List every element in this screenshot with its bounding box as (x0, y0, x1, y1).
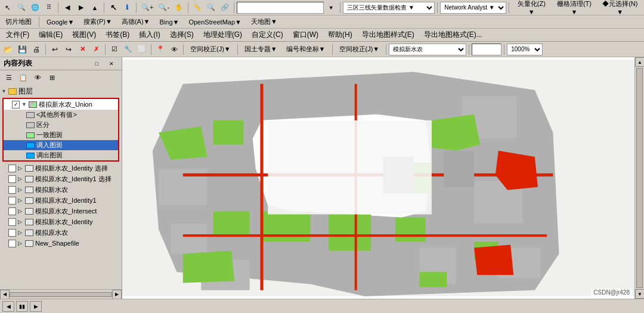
layer-dropdown[interactable]: 模拟新水农 (389, 44, 466, 55)
menu-bookmark[interactable]: 书签(B) (102, 29, 133, 41)
tb-rect-btn[interactable]: ⬜ (135, 43, 148, 56)
tb-globe-btn[interactable]: 🌐 (29, 1, 42, 14)
tb-delete-btn[interactable]: ✗ (89, 43, 103, 56)
tb-hyperlink-btn[interactable]: 🔗 (218, 1, 231, 14)
tb-pan-btn[interactable]: ✋ (172, 1, 185, 14)
tb-zoom-out-btn[interactable]: 🔍- (156, 1, 172, 14)
checkbox-original[interactable] (8, 229, 16, 237)
legend-diaoru[interactable]: 调入图斑 (4, 140, 118, 150)
tb-check-btn[interactable]: ☑ (108, 43, 121, 56)
checkbox-identity1[interactable] (8, 197, 16, 204)
tb-zoom-in-btn[interactable]: 🔍+ (139, 1, 156, 14)
tree-item-intersect[interactable]: ▷ 模拟原水农_Intersect (0, 206, 122, 216)
layer-search-dropdown-btn[interactable]: ▼ (324, 1, 338, 14)
panel-vis-btn[interactable]: 👁 (31, 71, 44, 84)
tree-item-identity1[interactable]: ▷ 模拟原水农_Identity1 (0, 195, 122, 206)
tree-item-original[interactable]: ▷ 模拟原水农 (0, 227, 122, 238)
menu-select[interactable]: 选择(S) (166, 29, 197, 41)
menu-export-format[interactable]: 导出地图格式(E)... (420, 29, 486, 41)
zoom-level-dropdown[interactable]: 1000% (507, 44, 543, 55)
tree-item-identity-sel[interactable]: ▷ 模拟新水农_Identity 选择 (0, 163, 122, 173)
tb-correct-btn[interactable]: 📍 (154, 43, 167, 56)
tb-back-btn[interactable]: ◀ (61, 1, 74, 14)
panel-scroll-left[interactable]: ◀ (0, 290, 10, 299)
network-analyst2-dropdown[interactable]: Network Analyst ▼ (440, 2, 506, 14)
panel-scroll-right[interactable]: ▶ (112, 290, 122, 299)
tb-grid-btn[interactable]: ⠿ (42, 1, 55, 14)
panel-source-btn[interactable]: 📋 (17, 71, 30, 84)
tianditu-btn[interactable]: 天地图▼ (247, 16, 281, 29)
tree-area[interactable]: ▼ 图层 ▼ 模拟新水农_Union (0, 85, 122, 289)
tb-up-btn[interactable]: ▲ (88, 1, 101, 14)
map-scroll-down[interactable]: ▼ (635, 289, 644, 299)
legend-qufen[interactable]: 区分 (4, 120, 118, 130)
network-analyst-dropdown[interactable]: 三区三线矢量数据检查 ▼ (343, 2, 435, 14)
tree-item-shapefile[interactable]: ▷ New_Shapefile (0, 238, 122, 249)
panel-close-btn[interactable]: ✕ (105, 60, 118, 68)
tb-search-btn[interactable]: 🔍 (15, 1, 28, 14)
checkbox-intersect[interactable] (8, 207, 16, 215)
search-btn[interactable]: 搜索(P)▼ (79, 16, 116, 29)
bing-btn[interactable]: Bing▼ (155, 16, 183, 29)
checkbox-identity1-sel[interactable] (8, 175, 16, 183)
tree-item-union[interactable]: ▼ 模拟新水农_Union (4, 99, 118, 110)
tb-info-btn[interactable]: ℹ (120, 1, 134, 14)
tb-open-btn[interactable]: 📂 (1, 43, 15, 56)
panel-expand-btn[interactable]: ⊞ (45, 71, 58, 84)
osm-btn[interactable]: OpenStreetMap▼ (184, 16, 246, 29)
panel-list-btn[interactable]: ☰ (2, 71, 16, 84)
panel-hscroll[interactable]: ◀ ▶ (0, 289, 122, 299)
tb-forward-btn[interactable]: ▶ (75, 1, 88, 14)
bottom-play-btn[interactable]: ▶ (30, 301, 42, 312)
menu-custom[interactable]: 自定义(C) (248, 29, 287, 41)
tb-snap-btn[interactable]: 🔧 (122, 43, 135, 56)
menu-insert[interactable]: 插入(I) (135, 29, 163, 41)
tb-cut-btn[interactable]: ✕ (76, 43, 89, 56)
tb-undo-btn[interactable]: ↩ (48, 43, 61, 56)
legend-other[interactable]: <其他所有值> (4, 110, 118, 120)
map-scroll-up[interactable]: ▲ (635, 57, 644, 67)
layer-search-input[interactable] (237, 2, 324, 14)
gaode-btn[interactable]: 高德(A)▼ (117, 16, 154, 29)
land-special-btn[interactable]: 国土专题▼ (240, 43, 281, 56)
tb-measure-btn[interactable]: 📏 (191, 1, 204, 14)
cleanup-btn[interactable]: 栅格清理(T) ▼ (552, 1, 596, 14)
menu-geoprocess[interactable]: 地理处理(G) (200, 29, 246, 41)
menu-export-style[interactable]: 导出地图样式(E) (358, 29, 418, 41)
checkbox-new[interactable] (8, 186, 16, 194)
checkbox-identity[interactable] (8, 218, 16, 226)
tree-item-new[interactable]: ▷ 模拟新水农 (0, 184, 122, 195)
legend-diaochu[interactable]: 调出图斑 (4, 150, 118, 160)
map-vscroll[interactable]: ▲ ▼ (634, 57, 644, 299)
tb-pointer-btn[interactable]: ↖ (1, 1, 14, 14)
num-coord-btn[interactable]: 编号和坐标▼ (282, 43, 330, 56)
menu-file[interactable]: 文件(F) (2, 29, 33, 41)
panel-float-btn[interactable]: □ (90, 60, 103, 68)
google-btn[interactable]: Google▼ (42, 16, 78, 29)
menu-view[interactable]: 视图(V) (69, 29, 100, 41)
menu-edit[interactable]: 编辑(E) (35, 29, 66, 41)
tb-select-btn[interactable]: ↖ (107, 1, 120, 14)
tree-item-identity[interactable]: ▷ 模拟新水农_Identity (0, 216, 122, 227)
checkbox-identity-sel[interactable] (8, 165, 16, 172)
bottom-back-btn[interactable]: ◀ (2, 301, 14, 312)
tb-print-btn[interactable]: 🖨 (30, 43, 43, 56)
tb-eye-btn[interactable]: 👁 (168, 43, 181, 56)
tb-redo-btn[interactable]: ↪ (62, 43, 75, 56)
checkbox-shapefile[interactable] (8, 240, 16, 247)
spatial-adj-btn[interactable]: 空间校正(J)▼ (335, 43, 384, 56)
tb-identify-btn[interactable]: 🔍 (205, 1, 218, 14)
zoom-input[interactable]: 500 (472, 44, 501, 55)
checkbox-union[interactable] (12, 101, 20, 109)
vectorize-btn[interactable]: 矢量化(Z) ▼ (512, 1, 551, 14)
tree-item-root[interactable]: ▼ 图层 (0, 86, 122, 97)
tree-item-identity1-sel[interactable]: ▷ 模拟原水农_Identity1 选择 (0, 173, 122, 184)
map-area[interactable]: ▲ ▼ CSDN@jr428 (122, 57, 644, 299)
menu-window[interactable]: 窗口(W) (289, 29, 322, 41)
bottom-pause-btn[interactable]: ▮▮ (16, 301, 28, 312)
spatial-correct-btn[interactable]: 空间校正(J)▼ (186, 43, 235, 56)
select-n-btn[interactable]: ◆元选择(N) ▼ (597, 1, 643, 14)
tile-map-btn[interactable]: 切片地图 (1, 16, 36, 29)
menu-help[interactable]: 帮助(H) (324, 29, 356, 41)
tb-save-btn[interactable]: 💾 (16, 43, 29, 56)
